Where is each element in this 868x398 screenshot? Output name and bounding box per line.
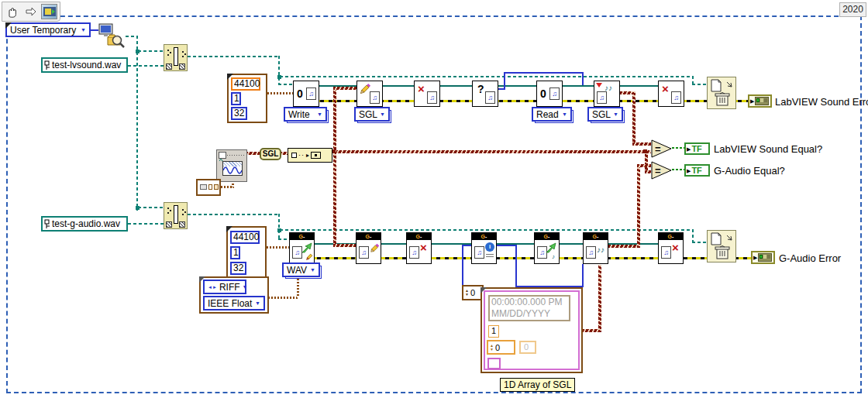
time-value: 00:00:00.000 PM [491, 297, 567, 308]
icon-dot [182, 214, 184, 215]
gaudio-format-cluster[interactable]: 44100 1 32 [226, 226, 267, 279]
dot [315, 154, 317, 156]
bits-constant[interactable]: 32 [231, 107, 247, 120]
icon-dot [182, 209, 184, 211]
ring-label: SGL [592, 109, 611, 120]
g-audio-error-indicator[interactable]: ▶ [751, 251, 775, 264]
sound-write-node[interactable]: ♫ [356, 81, 383, 107]
gaudio-close-node[interactable]: G-AUDIO ♫ × [406, 232, 432, 264]
icon-dot [167, 212, 169, 214]
lvsound-path-constant[interactable]: test-lvsound.wav [41, 57, 128, 73]
sound-open-read-node[interactable]: 0 ♫ [536, 81, 563, 107]
chevron-down-icon: ▼ [81, 27, 86, 33]
sgl-array-constant[interactable]: 00:00:00.000 PM MM/DD/YYYY 1 ▲▼ 0 0 [480, 287, 583, 373]
vi-icon-button[interactable] [41, 4, 57, 19]
close-icon: × [418, 84, 425, 94]
waveform-plot-icon [222, 161, 243, 176]
wire-junction [277, 75, 281, 79]
gaudio-read-node[interactable]: G-AUDIO ♫ ♪♪ [583, 232, 608, 264]
sound-read-node[interactable]: ♪♪ ♫ [594, 81, 620, 107]
tf-indicator[interactable]: ▶ TF [684, 142, 710, 155]
zero-glyph: 0 [540, 88, 546, 99]
user-temporary-ring[interactable]: User Temporary ▼ [5, 22, 91, 37]
path-wire [278, 84, 293, 85]
sgl-array-wire [333, 87, 336, 247]
build-path-node[interactable] [164, 202, 188, 229]
sample-rate-constant[interactable]: 44100 [231, 77, 260, 91]
sound-open-write-node[interactable]: 0 ♫ [293, 81, 319, 107]
sgl-array-wire [645, 170, 651, 173]
arrow-cursor-icon[interactable] [23, 4, 40, 19]
file-format-cluster[interactable]: ◄► RIFF ▼ IEEE Float ▼ [199, 276, 269, 314]
sound-format-cluster[interactable]: 44100 1 32 [227, 74, 267, 123]
gaudio-write-node[interactable]: G-AUDIO ♫ [356, 232, 381, 264]
path-type-icon [44, 60, 50, 70]
sine-wave-vi[interactable] [216, 149, 247, 182]
riff-ring[interactable]: ◄► RIFF ▼ [203, 280, 246, 294]
wire-junction [277, 228, 281, 232]
timestamp-display[interactable]: 00:00:00.000 PM MM/DD/YYYY [488, 295, 570, 321]
gaudio-path-constant[interactable]: test-g-audio.wav [41, 216, 128, 232]
sound-close-node[interactable]: × ♫ [414, 81, 440, 107]
sgl-type-ring[interactable]: SGL ▼ [354, 107, 390, 122]
sound-file-icon: ♫ [359, 246, 369, 259]
gaudio-close-node[interactable]: G-AUDIO ♫ × [658, 232, 684, 264]
sound-file-icon: ♫ [661, 246, 671, 259]
constant-fold [5, 22, 12, 29]
int-wire [497, 245, 517, 246]
spinner-icon[interactable]: ▲▼ [490, 344, 494, 352]
icon-dot [184, 53, 186, 55]
spin-down[interactable]: ▼ [465, 293, 469, 297]
path-wire [278, 238, 289, 240]
build-array-node[interactable]: ·· ▸ [288, 148, 332, 163]
delete-file-node[interactable] [707, 230, 736, 262]
int-wire [515, 245, 517, 287]
channels-constant[interactable]: 1 [230, 246, 240, 259]
gaudio-open-read-node[interactable]: G-AUDIO ♫ ♪ [534, 232, 560, 264]
gaudio-open-write-node[interactable]: G-AUDIO ♫ [289, 232, 315, 264]
bool-wire [672, 169, 684, 170]
element-glyph [291, 153, 297, 158]
sound-close-node[interactable]: × ♫ [658, 81, 684, 107]
offset-spinner[interactable]: ▲▼ 0 [487, 340, 515, 355]
channels-constant[interactable]: 1 [231, 92, 241, 105]
equal-node[interactable]: = [651, 139, 673, 161]
sine-config-cluster[interactable] [196, 179, 221, 196]
mini-element [208, 184, 212, 190]
path-text: test-lvsound.wav [52, 60, 121, 70]
tf-indicator[interactable]: ▶ TF [684, 164, 710, 177]
play-icon: ▶ [750, 98, 754, 104]
wav-format-ring[interactable]: WAV ▼ [282, 262, 320, 277]
dim-value[interactable]: 1 [488, 325, 499, 338]
toolbar [2, 2, 60, 22]
write-mode-ring[interactable]: Write ▼ [284, 107, 327, 122]
sgl-type-ring[interactable]: SGL ▼ [587, 107, 623, 122]
equal-node[interactable]: = [651, 161, 673, 183]
int-wire [582, 264, 584, 287]
play-icon: ▶ [753, 255, 757, 260]
sgl-array-wire [333, 244, 356, 247]
pan-hand-icon[interactable] [5, 4, 21, 19]
build-path-node[interactable] [164, 44, 188, 71]
ieee-float-ring[interactable]: IEEE Float ▼ [203, 296, 265, 311]
get-system-directory-node[interactable] [98, 22, 127, 50]
spin-down[interactable]: ▼ [490, 348, 494, 352]
sample-rate-constant[interactable]: 44100 [230, 231, 260, 244]
sound-file-icon: ♫ [409, 246, 419, 259]
sgl-coercion-node[interactable]: SGL [260, 148, 281, 160]
read-mode-ring[interactable]: Read ▼ [532, 107, 572, 122]
labview-block-diagram: 2020 [0, 0, 868, 398]
constant-fold [480, 287, 487, 293]
delete-file-node[interactable] [707, 77, 736, 109]
lv-sound-error-indicator[interactable]: ▶ [748, 94, 772, 108]
icon-dot [182, 51, 184, 53]
year-tab: 2020 [839, 2, 866, 17]
equals-glyph: = [655, 143, 661, 155]
red-marker-icon [596, 83, 602, 89]
index-value[interactable]: 0 [470, 288, 475, 297]
source-glyph [764, 98, 767, 102]
spinner-icon[interactable]: ▲▼ [465, 289, 469, 297]
gaudio-info-node[interactable]: G-AUDIO ♫ i [471, 232, 497, 264]
bits-constant[interactable]: 32 [230, 262, 246, 275]
sound-info-node[interactable]: ? ♫ [472, 81, 498, 107]
